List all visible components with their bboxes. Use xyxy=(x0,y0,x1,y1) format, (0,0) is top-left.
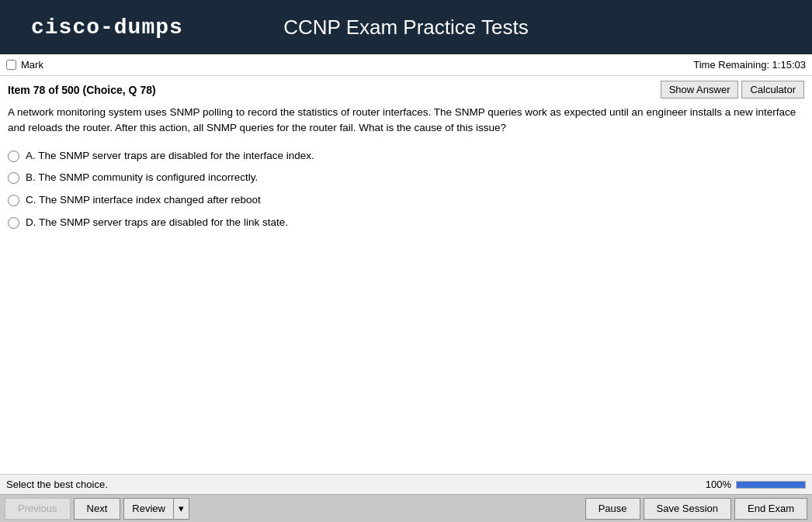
option-b-label: B. The SNMP community is configured inco… xyxy=(26,171,258,185)
question-container: Item 78 of 500 (Choice, Q 78) Show Answe… xyxy=(0,76,812,474)
mark-label[interactable]: Mark xyxy=(21,59,43,71)
time-remaining: Time Remaining: 1:15:03 xyxy=(693,59,806,71)
option-d[interactable]: D. The SNMP server traps are disabled fo… xyxy=(8,216,804,230)
calculator-button[interactable]: Calculator xyxy=(741,81,804,99)
header-buttons: Show Answer Calculator xyxy=(661,81,804,99)
option-a[interactable]: A. The SNMP server traps are disabled fo… xyxy=(8,149,804,164)
option-b[interactable]: B. The SNMP community is configured inco… xyxy=(8,171,804,185)
previous-button[interactable]: Previous xyxy=(5,498,71,520)
review-dropdown-arrow[interactable]: ▾ xyxy=(173,498,189,520)
footer-right: Pause Save Session End Exam xyxy=(585,498,807,520)
review-button[interactable]: Review xyxy=(123,498,173,520)
pause-button[interactable]: Pause xyxy=(585,498,640,520)
options-list: A. The SNMP server traps are disabled fo… xyxy=(8,149,804,231)
radio-a[interactable] xyxy=(8,150,19,162)
question-text: A network monitoring system uses SNMP po… xyxy=(8,105,804,137)
footer: Previous Next Review ▾ Pause Save Sessio… xyxy=(0,494,812,522)
status-bar: Select the best choice. 100% xyxy=(0,474,812,494)
progress-percent: 100% xyxy=(706,479,731,490)
chevron-down-icon: ▾ xyxy=(179,503,184,514)
radio-d[interactable] xyxy=(8,217,19,229)
item-info: Item 78 of 500 (Choice, Q 78) xyxy=(8,84,156,96)
progress-bar xyxy=(736,481,806,489)
progress-bar-fill xyxy=(737,482,805,488)
footer-left: Previous Next Review ▾ xyxy=(5,498,189,520)
option-c-label: C. The SNMP interface index changed afte… xyxy=(26,193,261,208)
mark-area[interactable]: Mark xyxy=(6,59,43,71)
radio-c[interactable] xyxy=(8,195,19,206)
show-answer-button[interactable]: Show Answer xyxy=(661,81,739,99)
next-button[interactable]: Next xyxy=(74,498,121,520)
app-title: CCNP Exam Practice Tests xyxy=(283,16,528,40)
review-btn-wrapper: Review ▾ xyxy=(123,498,189,520)
question-header: Item 78 of 500 (Choice, Q 78) Show Answe… xyxy=(8,81,804,99)
save-session-button[interactable]: Save Session xyxy=(644,498,732,520)
option-c[interactable]: C. The SNMP interface index changed afte… xyxy=(8,193,804,208)
option-d-label: D. The SNMP server traps are disabled fo… xyxy=(26,216,288,230)
radio-b[interactable] xyxy=(8,172,19,184)
mark-checkbox[interactable] xyxy=(6,60,16,70)
option-a-label: A. The SNMP server traps are disabled fo… xyxy=(26,149,314,164)
progress-area: 100% xyxy=(706,479,806,490)
app-logo: cisco-dumps xyxy=(31,16,183,40)
status-text: Select the best choice. xyxy=(6,479,108,490)
end-exam-button[interactable]: End Exam xyxy=(734,498,807,520)
top-bar: Mark Time Remaining: 1:15:03 xyxy=(0,54,812,76)
